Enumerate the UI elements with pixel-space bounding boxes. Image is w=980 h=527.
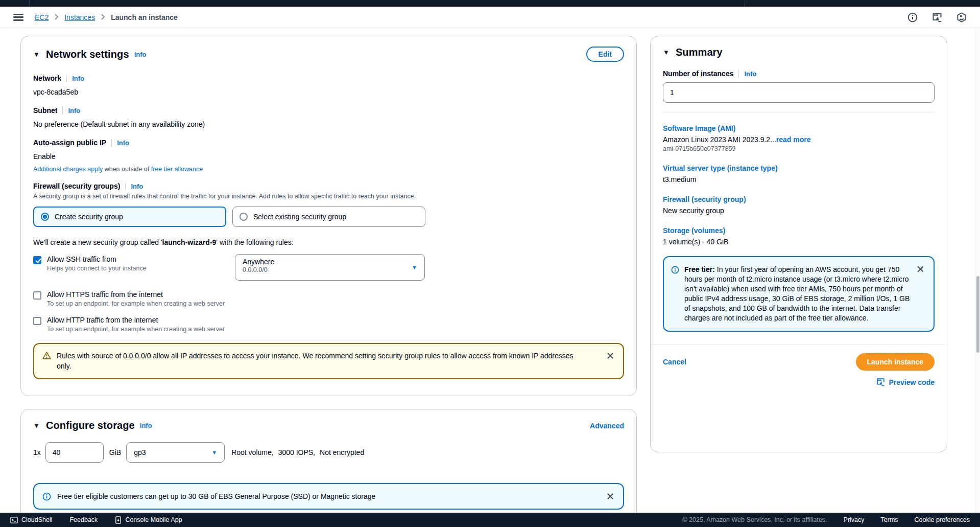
- radio-unselected-icon: [240, 213, 248, 221]
- read-more-link[interactable]: read more: [776, 135, 811, 144]
- configure-storage-section: ▼ Configure storage Info Advanced 1x GiB…: [20, 409, 637, 527]
- radio-label: Create security group: [55, 213, 123, 221]
- edit-button[interactable]: Edit: [586, 47, 624, 62]
- firewall-value: New security group: [663, 207, 935, 215]
- dropdown-value: Anywhere: [243, 258, 417, 266]
- volume-detail: Root volume,: [231, 448, 273, 456]
- auto-assign-ip-value: Enable: [33, 152, 624, 161]
- breadcrumb: EC2 Instances Launch an instance: [35, 13, 178, 21]
- free-tier-allowance-link[interactable]: free tier allowance: [151, 166, 203, 173]
- network-settings-section: ▼ Network settings Info Edit Network Inf…: [20, 36, 637, 396]
- info-link[interactable]: Info: [134, 51, 147, 58]
- breadcrumb-instances[interactable]: Instances: [64, 13, 95, 21]
- volume-detail: Not encrypted: [320, 448, 364, 456]
- info-icon[interactable]: [907, 12, 918, 22]
- sentence-suffix: ' with the following rules:: [216, 238, 293, 246]
- console-footer: CloudShell Feedback Console Mobile App ©…: [0, 513, 980, 527]
- terms-link[interactable]: Terms: [881, 516, 898, 523]
- warning-text: Rules with source of 0.0.0.0/0 allow all…: [57, 351, 588, 372]
- console-mobile-app-button[interactable]: Console Mobile App: [115, 516, 182, 524]
- ssh-rule-row: Allow SSH traffic from Helps you connect…: [33, 255, 624, 282]
- info-link[interactable]: Info: [72, 75, 84, 82]
- select-existing-security-group-option[interactable]: Select existing security group: [232, 207, 425, 227]
- rule-label: Allow HTTP traffic from the internet: [47, 316, 225, 324]
- feedback-button[interactable]: Feedback: [69, 516, 98, 523]
- close-icon[interactable]: [605, 491, 616, 502]
- close-icon[interactable]: [605, 350, 616, 361]
- advanced-link[interactable]: Advanced: [590, 422, 624, 430]
- number-of-instances-input[interactable]: [663, 82, 935, 103]
- collapse-caret-icon[interactable]: ▼: [33, 51, 40, 58]
- info-link[interactable]: Info: [140, 422, 152, 429]
- scrollbar-thumb[interactable]: [976, 276, 979, 353]
- rule-sublabel: To set up an endpoint, for example when …: [47, 326, 225, 333]
- ssh-source-dropdown[interactable]: Anywhere 0.0.0.0/0 ▼: [235, 254, 425, 281]
- launch-instance-page: EC2 Instances Launch an instance ▼: [0, 0, 980, 527]
- label-divider: [738, 70, 739, 78]
- volume-unit: GiB: [109, 448, 121, 456]
- warning-icon: [42, 351, 51, 372]
- security-warning-alert: Rules with source of 0.0.0.0/0 allow all…: [33, 343, 624, 379]
- subnet-value: No preference (Default subnet in any ava…: [33, 120, 624, 128]
- storage-volumes-heading[interactable]: Storage (volumes): [663, 226, 935, 235]
- cookie-preferences-link[interactable]: Cookie preferences: [915, 516, 970, 523]
- label-divider: [111, 139, 112, 147]
- privacy-link[interactable]: Privacy: [844, 516, 865, 523]
- storage-volumes-value: 1 volume(s) - 40 GiB: [663, 238, 935, 246]
- security-group-sentence: We'll create a new security group called…: [33, 238, 624, 246]
- https-rule-row: Allow HTTPS traffic from the internet To…: [33, 290, 624, 307]
- cancel-button[interactable]: Cancel: [663, 358, 686, 366]
- preview-code-icon: [876, 378, 885, 386]
- volume-type-dropdown[interactable]: gp3 ▼: [126, 442, 225, 463]
- dropdown-subvalue: 0.0.0.0/0: [243, 266, 417, 273]
- vertical-scrollbar[interactable]: [975, 28, 980, 513]
- allow-http-checkbox[interactable]: [33, 317, 41, 325]
- software-image-heading[interactable]: Software Image (AMI): [663, 124, 935, 132]
- preview-code-label: Preview code: [889, 378, 935, 386]
- auto-assign-ip-label: Auto-assign public IP: [33, 139, 106, 147]
- rule-label: Allow SSH traffic from: [47, 255, 147, 263]
- breadcrumb-current: Launch an instance: [111, 13, 178, 21]
- copyright-text: © 2025, Amazon Web Services, Inc. or its…: [682, 516, 827, 523]
- ami-id: ami-0715b650e07377859: [663, 145, 935, 152]
- additional-charges-link[interactable]: Additional charges apply: [33, 166, 103, 173]
- mobile-phone-icon: [115, 516, 122, 524]
- close-icon[interactable]: [915, 263, 926, 275]
- collapse-caret-icon[interactable]: ▼: [33, 422, 40, 429]
- cloudshell-button[interactable]: CloudShell: [10, 516, 52, 524]
- create-security-group-option[interactable]: Create security group: [33, 207, 226, 227]
- menu-icon[interactable]: [13, 14, 23, 21]
- firewall-description: A security group is a set of firewall ru…: [33, 193, 624, 200]
- volume-size-input[interactable]: [45, 442, 104, 463]
- free-tier-info-box: Free tier: In your first year of opening…: [663, 256, 935, 332]
- info-link[interactable]: Info: [131, 182, 143, 190]
- free-tier-bold: Free tier:: [684, 265, 715, 273]
- collapse-caret-icon[interactable]: ▼: [663, 49, 670, 56]
- info-link[interactable]: Info: [117, 139, 129, 147]
- preview-code-icon[interactable]: [932, 12, 942, 22]
- firewall-label: Firewall (security groups): [33, 182, 120, 190]
- preview-code-button[interactable]: Preview code: [876, 378, 935, 386]
- console-mobile-app-label: Console Mobile App: [125, 516, 182, 523]
- instance-type-heading[interactable]: Virtual server type (instance type): [663, 164, 935, 172]
- section-title: Network settings: [46, 49, 129, 60]
- breadcrumb-ec2[interactable]: EC2: [35, 13, 49, 21]
- launch-instance-button[interactable]: Launch instance: [856, 353, 935, 371]
- rule-sublabel: Helps you connect to your instance: [47, 265, 147, 272]
- cloudshell-label: CloudShell: [21, 516, 52, 523]
- info-link[interactable]: Info: [744, 70, 756, 78]
- amazon-q-icon[interactable]: [957, 12, 967, 22]
- free-tier-text: Free tier: In your first year of opening…: [684, 265, 913, 323]
- section-title: Configure storage: [46, 420, 135, 431]
- firewall-heading[interactable]: Firewall (security group): [663, 195, 935, 203]
- label-divider: [62, 107, 63, 114]
- security-group-name: launch-wizard-9: [162, 238, 217, 246]
- dropdown-value: gp3: [134, 448, 146, 456]
- allow-ssh-checkbox[interactable]: [33, 256, 41, 264]
- divider: [651, 344, 947, 345]
- network-value: vpc-8cada5eb: [33, 88, 624, 96]
- number-of-instances-label: Number of instances: [663, 70, 733, 78]
- allow-https-checkbox[interactable]: [33, 291, 41, 300]
- ami-name: Amazon Linux 2023 AMI 2023.9.2...: [663, 135, 776, 144]
- info-link[interactable]: Info: [68, 107, 80, 114]
